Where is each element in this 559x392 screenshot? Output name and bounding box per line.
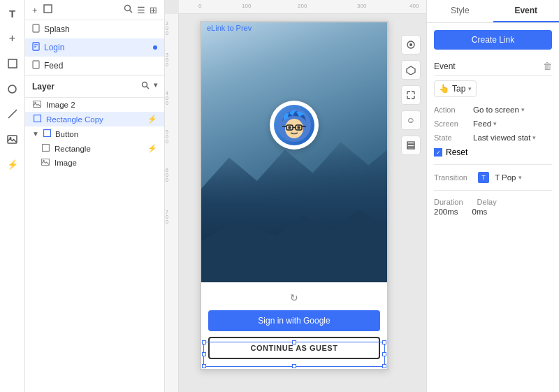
tab-event[interactable]: Event [493,0,560,22]
right-tabs: Style Event [427,0,559,23]
event-section-label: Event [434,61,456,71]
layer-lightning-rect-copy: ⚡ [147,115,157,124]
image-tool[interactable] [5,131,20,147]
svg-point-13 [143,82,147,87]
layer-label-image2: Image 2 [46,101,75,109]
action-label: Action [434,106,467,114]
duration-section: Duration Delay 200ms 0ms [434,195,552,219]
component-tool[interactable]: ⚡ [5,157,20,172]
canvas-area[interactable]: 0 100 200 300 400 200 300 400 500 600 70… [165,0,426,392]
page-label-splash: Splash [44,24,70,34]
trash-icon[interactable]: 🗑 [543,61,552,71]
loading-spinner: ↻ [290,292,298,303]
tap-chevron-icon: ▾ [468,85,472,92]
screen-chevron-icon: ▾ [493,120,497,127]
svg-rect-0 [8,59,17,68]
delay-value[interactable]: 0ms [472,208,488,216]
duration-value[interactable]: 200ms [434,208,458,216]
create-link-button[interactable]: Create Link [434,30,552,50]
svg-rect-34 [289,126,291,129]
layer-icon-rectangle [41,144,50,153]
chevron-down-icon[interactable]: ▾ [154,81,157,92]
continue-guest-button[interactable]: CONTINUE AS GUEST [208,337,380,359]
event-details: Action Go to screen ▾ Screen Feed ▾ Stat… [434,103,552,219]
screen-value[interactable]: Feed ▾ [473,119,497,128]
tab-style[interactable]: Style [427,0,493,22]
left-toolbar: T + ⚡ [0,0,25,392]
ruler-mark-300: 300 [357,3,366,9]
action-row: Action Go to screen ▾ [434,103,552,117]
canvas-tool-layers[interactable] [401,136,421,155]
svg-line-2 [8,110,17,118]
reset-checkbox[interactable] [434,148,442,157]
ruler-mark-left-700: 700 [166,210,168,224]
phone-background [201,22,387,282]
duration-labels: Duration Delay [434,198,552,206]
add-page-icon[interactable]: + [32,5,38,15]
avatar-image [274,105,314,145]
layer-label-rect-copy: Rectangle Copy [46,115,103,124]
text-tool[interactable]: T [5,6,20,21]
divider-1 [434,164,552,165]
event-header: Event 🗑 [434,57,552,76]
layer-label-rectangle: Rectangle [55,145,91,153]
search-layers-icon[interactable] [141,81,150,92]
grid-pages-icon[interactable]: ⊞ [150,5,157,15]
transition-row: Transition T T Pop ▾ [434,169,552,186]
duration-label: Duration [434,198,463,206]
circle-tool[interactable] [5,81,20,96]
transition-chevron-icon: ▾ [518,174,522,181]
ruler-top: 0 100 200 300 400 [179,0,426,14]
layer-item-rect-copy[interactable]: Rectangle Copy ⚡ [25,112,164,126]
pages-section: + ☰ ⊞ Splash Log [25,0,164,75]
svg-line-14 [147,87,150,89]
svg-rect-18 [43,130,50,137]
tap-selector[interactable]: 👆 Tap ▾ [434,80,477,97]
line-tool[interactable] [5,106,20,122]
screen-row: Screen Feed ▾ [434,117,552,131]
layer-icon-rect-copy [32,115,42,124]
sign-in-google-button[interactable]: Sign in with Google [208,310,380,331]
event-section: Event 🗑 👆 Tap ▾ Action Go to screen ▾ Sc… [427,57,559,224]
add-tool[interactable]: + [5,31,20,46]
list-pages-icon[interactable]: ☰ [137,5,145,15]
ruler-mark-left-500: 500 [166,129,168,144]
search-pages-icon[interactable] [124,4,133,15]
layers-title: Layer [32,82,55,92]
canvas-tool-emoji[interactable]: ☺ [401,110,421,130]
ruler-mark-400: 400 [409,3,419,9]
canvas-tool-settings[interactable] [401,35,421,55]
canvas-tool-3d[interactable] [401,60,421,80]
layer-icon-button [43,129,51,138]
layers-section: Layer ▾ Image 2 Rectangle Copy ⚡ [25,75,164,392]
layer-item-image2[interactable]: Image 2 [25,98,164,112]
state-label: State [434,133,467,142]
page-item-feed[interactable]: Feed [25,57,164,75]
layer-icon-image [41,159,50,167]
layer-item-image[interactable]: Image [25,156,164,170]
frame-tool[interactable] [5,56,20,71]
layer-item-button[interactable]: ▼ Button [25,126,164,141]
divider-2 [434,190,552,191]
canvas-tool-resize[interactable] [401,85,421,105]
svg-rect-12 [33,61,39,68]
page-item-splash[interactable]: Splash [25,20,164,38]
left-panel: + ☰ ⊞ Splash Log [25,0,165,392]
transition-value[interactable]: T Pop ▾ [495,173,522,182]
state-value[interactable]: Last viewed stat ▾ [473,133,536,142]
layer-item-rectangle[interactable]: Rectangle ⚡ [25,141,164,156]
phone-link-label: eLink to Prev [207,24,252,32]
ruler-mark-0: 0 [198,3,201,9]
frame-pages-icon[interactable] [43,4,52,15]
page-active-dot [153,45,157,50]
svg-rect-40 [407,147,414,149]
action-value[interactable]: Go to screen ▾ [473,106,525,114]
page-item-login[interactable]: Login [25,38,164,57]
action-chevron-icon: ▾ [521,106,525,113]
phone-avatar [270,101,319,150]
reset-row: Reset [434,145,552,160]
ruler-mark-200: 200 [298,3,307,9]
ruler-mark-left-300: 300 [166,52,168,67]
state-row: State Last viewed stat ▾ [434,131,552,145]
layer-icon-image2 [32,101,42,109]
